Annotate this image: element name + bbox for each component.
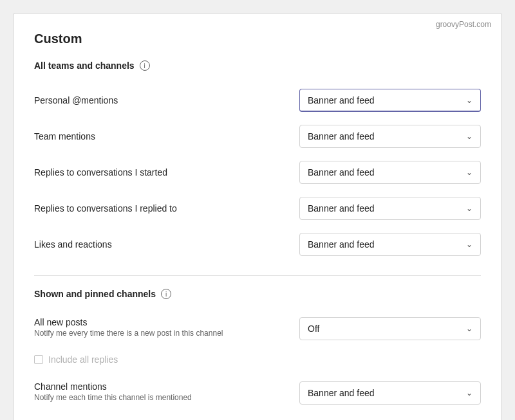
- replies-started-row: Replies to conversations I started Banne…: [34, 154, 481, 190]
- team-mentions-dropdown[interactable]: Banner and feed ⌄: [299, 125, 481, 148]
- team-mentions-label: Team mentions: [34, 131, 95, 142]
- channel-mentions-dropdown[interactable]: Banner and feed ⌄: [299, 381, 481, 405]
- all-new-posts-dropdown[interactable]: Off ⌄: [299, 317, 481, 340]
- replies-replied-row: Replies to conversations I replied to Ba…: [34, 190, 481, 226]
- pinned-channels-header: Shown and pinned channels i: [34, 289, 481, 299]
- all-teams-title: All teams and channels: [34, 60, 135, 71]
- team-mentions-row: Team mentions Banner and feed ⌄: [34, 118, 481, 154]
- chevron-down-icon: ⌄: [466, 324, 473, 333]
- chevron-down-icon: ⌄: [466, 168, 473, 177]
- pinned-channels-rows: All new posts Notify me every time there…: [34, 311, 481, 411]
- replies-replied-value: Banner and feed: [308, 203, 461, 214]
- channel-mentions-row: Channel mentions Notify me each time thi…: [34, 375, 481, 411]
- chevron-down-icon: ⌄: [466, 96, 473, 105]
- section-divider: [34, 275, 481, 276]
- all-teams-section: All teams and channels i Personal @menti…: [34, 60, 481, 262]
- replies-replied-dropdown[interactable]: Banner and feed ⌄: [299, 197, 481, 220]
- page-title: Custom: [34, 32, 481, 46]
- pinned-channels-section: Shown and pinned channels i All new post…: [34, 289, 481, 411]
- chevron-down-icon: ⌄: [466, 204, 473, 213]
- team-mentions-value: Banner and feed: [308, 131, 461, 142]
- include-all-replies-checkbox[interactable]: [34, 355, 43, 364]
- chevron-down-icon: ⌄: [466, 132, 473, 141]
- replies-started-dropdown[interactable]: Banner and feed ⌄: [299, 161, 481, 184]
- replies-started-label: Replies to conversations I started: [34, 167, 167, 178]
- all-new-posts-label: All new posts: [34, 317, 223, 327]
- likes-reactions-dropdown[interactable]: Banner and feed ⌄: [299, 233, 481, 256]
- watermark: groovyPost.com: [436, 20, 491, 29]
- personal-mentions-value: Banner and feed: [308, 95, 461, 105]
- channel-mentions-info: Channel mentions Notify me each time thi…: [34, 381, 192, 402]
- settings-window: groovyPost.com Custom All teams and chan…: [13, 13, 502, 420]
- chevron-down-icon: ⌄: [466, 240, 473, 249]
- pinned-channels-title: Shown and pinned channels: [34, 289, 156, 299]
- personal-mentions-label: Personal @mentions: [34, 95, 118, 105]
- channel-mentions-label: Channel mentions: [34, 381, 192, 392]
- all-new-posts-row: All new posts Notify me every time there…: [34, 311, 481, 347]
- pinned-channels-info-icon[interactable]: i: [161, 289, 171, 299]
- channel-mentions-value: Banner and feed: [308, 388, 461, 398]
- include-all-replies-label: Include all replies: [48, 354, 118, 365]
- all-new-posts-value: Off: [308, 324, 461, 334]
- personal-mentions-row: Personal @mentions Banner and feed ⌄: [34, 82, 481, 118]
- all-teams-header: All teams and channels i: [34, 60, 481, 71]
- all-teams-rows: Personal @mentions Banner and feed ⌄ Tea…: [34, 82, 481, 262]
- chevron-down-icon: ⌄: [466, 388, 473, 397]
- replies-started-value: Banner and feed: [308, 167, 461, 178]
- likes-reactions-label: Likes and reactions: [34, 239, 112, 250]
- all-teams-info-icon[interactable]: i: [140, 60, 150, 71]
- all-new-posts-info: All new posts Notify me every time there…: [34, 317, 223, 338]
- include-all-replies-row: Include all replies: [34, 347, 481, 372]
- likes-reactions-value: Banner and feed: [308, 239, 461, 250]
- likes-reactions-row: Likes and reactions Banner and feed ⌄: [34, 226, 481, 262]
- all-new-posts-sublabel: Notify me every time there is a new post…: [34, 329, 223, 338]
- replies-replied-label: Replies to conversations I replied to: [34, 203, 177, 214]
- personal-mentions-dropdown[interactable]: Banner and feed ⌄: [299, 89, 481, 112]
- channel-mentions-sublabel: Notify me each time this channel is ment…: [34, 393, 192, 402]
